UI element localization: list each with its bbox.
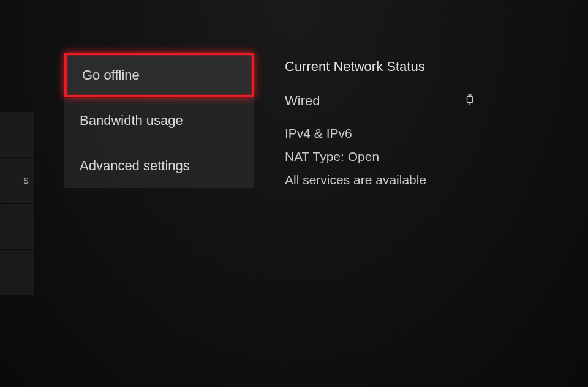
left-edge-item[interactable]: s xyxy=(0,158,34,203)
svg-rect-1 xyxy=(469,95,471,97)
network-status-panel: Current Network Status Wired IPv4 & IPv6… xyxy=(285,59,530,196)
left-edge-item[interactable] xyxy=(0,204,34,249)
left-edge-panel: s xyxy=(0,0,34,387)
ethernet-icon xyxy=(465,93,475,109)
status-line-nat: NAT Type: Open xyxy=(285,149,530,164)
svg-rect-0 xyxy=(467,97,473,103)
menu-item-label: Advanced settings xyxy=(80,158,190,174)
settings-menu: Go offline Bandwidth usage Advanced sett… xyxy=(58,53,260,189)
left-edge-item-label: s xyxy=(23,174,29,187)
left-edge-item[interactable] xyxy=(0,112,34,157)
menu-item-label: Bandwidth usage xyxy=(80,113,183,129)
bandwidth-usage-button[interactable]: Bandwidth usage xyxy=(64,98,254,143)
status-heading: Current Network Status xyxy=(285,59,530,75)
advanced-settings-button[interactable]: Advanced settings xyxy=(64,143,254,188)
left-edge-item[interactable] xyxy=(0,250,34,295)
connection-type-label: Wired xyxy=(285,93,320,109)
menu-item-label: Go offline xyxy=(82,67,140,83)
connection-type-row: Wired xyxy=(285,93,475,109)
go-offline-button[interactable]: Go offline xyxy=(64,53,254,97)
status-line-services: All services are available xyxy=(285,173,530,187)
status-line-ip: IPv4 & IPv6 xyxy=(285,126,530,141)
